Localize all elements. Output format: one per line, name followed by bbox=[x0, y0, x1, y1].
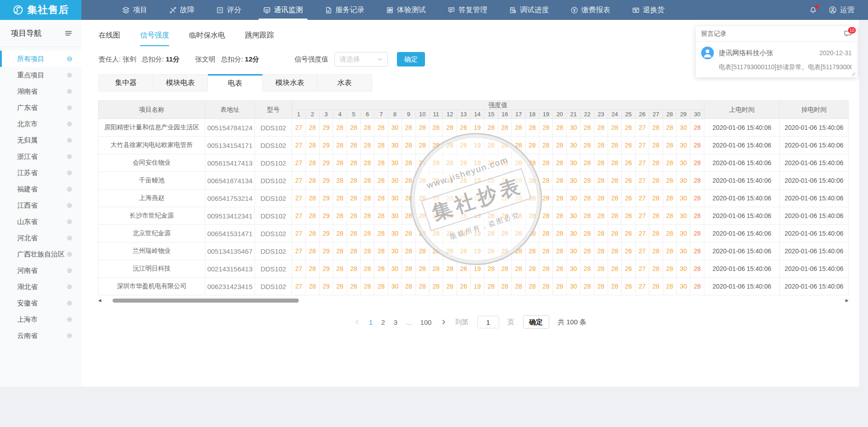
user-menu[interactable]: 运营 bbox=[829, 5, 854, 15]
sidebar-item[interactable]: 北京市⊕ bbox=[0, 116, 81, 132]
resize-handle-icon[interactable] bbox=[851, 72, 855, 76]
plus-circle-icon[interactable]: ⊕ bbox=[66, 218, 72, 226]
tab[interactable]: 跳闸跟踪 bbox=[245, 31, 274, 46]
sidebar-item[interactable]: 河北省⊕ bbox=[0, 230, 81, 246]
table-row[interactable]: 上海燕赵006541753214DDS102272829282828283028… bbox=[99, 190, 849, 207]
score1-label: 总扣分: bbox=[142, 55, 164, 64]
table-row[interactable]: 会同安住物业005615417413DDS1022728292828282830… bbox=[99, 154, 849, 172]
nav-item[interactable]: 通讯监测 bbox=[252, 0, 314, 20]
page-number[interactable]: 3 bbox=[394, 318, 397, 326]
minus-circle-icon[interactable]: ⊖ bbox=[66, 55, 72, 63]
meter-tab[interactable]: 水表 bbox=[317, 74, 372, 91]
meter-tab[interactable]: 模块电表 bbox=[153, 74, 208, 91]
strength-col-header: 17 bbox=[512, 110, 525, 119]
confirm-button[interactable]: 确定 bbox=[397, 52, 425, 66]
user-name: 运营 bbox=[840, 5, 854, 15]
sidebar-item[interactable]: 广东省⊕ bbox=[0, 100, 81, 116]
table-row[interactable]: 深圳市华盈机电有限公司006231423415DDS10227282928282… bbox=[99, 278, 849, 295]
nav-item[interactable]: 退换货 bbox=[621, 0, 675, 20]
table-row[interactable]: 大竹县徐家沟电站欧家电管所005134154171DDS102272829282… bbox=[99, 137, 849, 154]
plus-circle-icon[interactable]: ⊕ bbox=[66, 201, 72, 209]
cell-strength-value: 28 bbox=[360, 207, 374, 225]
plus-circle-icon[interactable]: ⊕ bbox=[66, 136, 72, 144]
sidebar-item[interactable]: 山东省⊕ bbox=[0, 214, 81, 230]
plus-circle-icon[interactable]: ⊕ bbox=[66, 185, 72, 193]
cell-strength-value: 28 bbox=[553, 119, 566, 137]
strength-select[interactable]: 请选择 bbox=[335, 52, 388, 66]
plus-circle-icon[interactable]: ⊕ bbox=[66, 71, 72, 79]
page-number[interactable]: 1 bbox=[369, 318, 373, 326]
scrollbar-thumb[interactable] bbox=[113, 299, 299, 303]
sidebar-item[interactable]: 江西省⊕ bbox=[0, 197, 81, 214]
plus-circle-icon[interactable]: ⊕ bbox=[66, 332, 72, 340]
page-number[interactable]: 100 bbox=[420, 318, 432, 326]
meter-tab[interactable]: 电表 bbox=[208, 74, 263, 91]
sidebar-item[interactable]: 上海市⊕ bbox=[0, 311, 81, 327]
nav-item[interactable]: 评分 bbox=[205, 0, 252, 20]
sidebar-item[interactable]: 湖南省⊕ bbox=[0, 83, 81, 100]
tab[interactable]: 信号强度 bbox=[140, 31, 169, 46]
goto-confirm-button[interactable]: 确定 bbox=[523, 315, 549, 329]
document-icon bbox=[325, 6, 332, 14]
cell-power-on: 2020-01-06 15:40:06 bbox=[704, 172, 780, 190]
sidebar-item[interactable]: 浙江省⊕ bbox=[0, 148, 81, 165]
plus-circle-icon[interactable]: ⊕ bbox=[66, 283, 72, 291]
plus-circle-icon[interactable]: ⊕ bbox=[66, 234, 72, 242]
nav-item[interactable]: 服务记录 bbox=[314, 0, 375, 20]
nav-item[interactable]: 项目 bbox=[111, 0, 158, 20]
plus-circle-icon[interactable]: ⊕ bbox=[66, 104, 72, 112]
meter-tab[interactable]: 模块水表 bbox=[263, 74, 317, 91]
plus-circle-icon[interactable]: ⊕ bbox=[66, 250, 72, 258]
nav-item[interactable]: 调试进度 bbox=[498, 0, 560, 20]
goto-page-input[interactable] bbox=[477, 316, 499, 328]
sidebar-item[interactable]: 广西壮族自治区⊕ bbox=[0, 246, 81, 262]
sidebar-item[interactable]: 所有项目⊖ bbox=[0, 51, 81, 67]
prev-page-icon[interactable] bbox=[354, 319, 360, 325]
table-row[interactable]: 千亩鳗池006541874134DDS102272829282828283028… bbox=[99, 172, 849, 190]
cell-strength-value: 28 bbox=[347, 260, 360, 278]
plus-circle-icon[interactable]: ⊕ bbox=[66, 169, 72, 177]
sidebar-item[interactable]: 河南省⊕ bbox=[0, 262, 81, 279]
sidebar-item[interactable]: 云南省⊕ bbox=[0, 327, 81, 344]
table-row[interactable]: 原阳精密计量和信息产业园生活区005154784124DDS1022728292… bbox=[99, 119, 849, 137]
cell-strength-value: 28 bbox=[374, 154, 388, 172]
table-row[interactable]: 北京世纪金源006541531471DDS1022728292828282830… bbox=[99, 225, 849, 242]
tab[interactable]: 在线图 bbox=[99, 31, 120, 46]
table-row[interactable]: 沅江明日科技002143156413DDS1022728292828282830… bbox=[99, 260, 849, 278]
plus-circle-icon[interactable]: ⊕ bbox=[66, 266, 72, 275]
cell-strength-value: 26 bbox=[457, 225, 470, 242]
plus-circle-icon[interactable]: ⊕ bbox=[66, 299, 72, 307]
sidebar-item[interactable]: 无归属⊕ bbox=[0, 132, 81, 148]
scroll-right-icon[interactable]: ▶ bbox=[845, 298, 849, 304]
sidebar-item[interactable]: 安徽省⊕ bbox=[0, 295, 81, 311]
nav-item[interactable]: 故障 bbox=[158, 0, 205, 20]
plus-circle-icon[interactable]: ⊕ bbox=[66, 152, 72, 161]
cell-strength-value: 28 bbox=[580, 278, 594, 295]
message-bubble-icon[interactable]: 10 bbox=[844, 30, 852, 37]
collapse-menu-icon[interactable] bbox=[65, 29, 72, 37]
notification-bell-icon[interactable] bbox=[809, 6, 817, 14]
table-row[interactable]: 兰州瑞岭物业005134135467DDS1022728292828282830… bbox=[99, 242, 849, 260]
next-page-icon[interactable] bbox=[440, 319, 447, 325]
message-item[interactable]: 捷讯网络科技小张 2020-12-31 电表[511793000110]抄读异常… bbox=[696, 42, 857, 77]
nav-item[interactable]: 体验测试 bbox=[375, 0, 437, 20]
nav-item[interactable]: 缴费报表 bbox=[560, 0, 621, 20]
tab[interactable]: 临时保水电 bbox=[189, 31, 225, 46]
sidebar-header: 项目导航 bbox=[0, 20, 81, 47]
table-row[interactable]: 长沙市世纪金源009513412341DDS102272829282828283… bbox=[99, 207, 849, 225]
sidebar-item[interactable]: 湖北省⊕ bbox=[0, 279, 81, 295]
sidebar-item[interactable]: 福建省⊕ bbox=[0, 181, 81, 197]
cell-strength-value: 19 bbox=[471, 190, 484, 207]
plus-circle-icon[interactable]: ⊕ bbox=[66, 315, 72, 323]
plus-circle-icon[interactable]: ⊕ bbox=[66, 87, 72, 95]
cell-power-on: 2020-01-06 15:40:06 bbox=[704, 278, 780, 295]
page-number[interactable]: 2 bbox=[381, 318, 385, 326]
pagination: 123...100 到第 页 确定 共 100 条 bbox=[81, 315, 859, 329]
plus-circle-icon[interactable]: ⊕ bbox=[66, 120, 72, 128]
sidebar-item[interactable]: 江苏省⊕ bbox=[0, 165, 81, 181]
app-logo[interactable]: 集社售后 bbox=[0, 0, 81, 20]
nav-item[interactable]: 答复管理 bbox=[437, 0, 498, 20]
sidebar-item[interactable]: 重点项目⊕ bbox=[0, 67, 81, 83]
scroll-left-icon[interactable]: ◀ bbox=[98, 298, 101, 304]
meter-tab[interactable]: 集中器 bbox=[99, 74, 153, 91]
